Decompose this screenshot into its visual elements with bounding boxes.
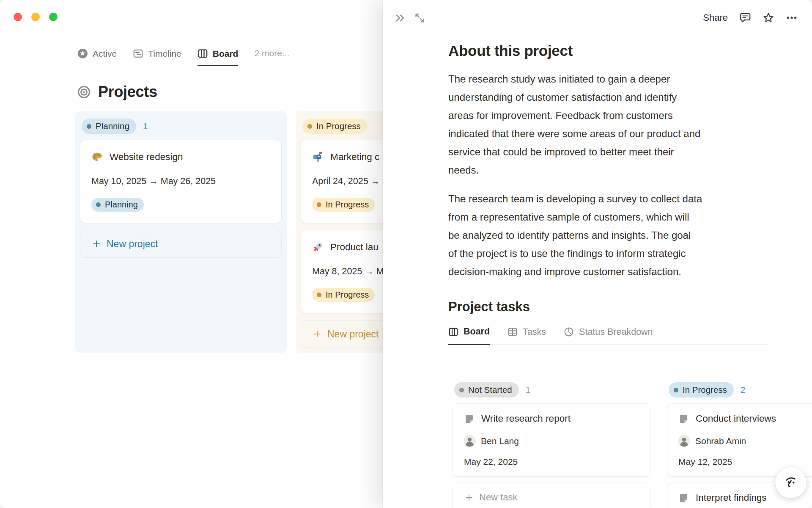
tasks-view-tabs: Board Tasks Status Breakdown: [448, 326, 768, 345]
plus-icon: [92, 239, 101, 248]
card-title: Marketing c: [330, 152, 379, 163]
task-title: Interpret findings: [696, 492, 767, 503]
task-card-write-research-report[interactable]: Write research report Ben Lang May 22, 2…: [453, 403, 650, 477]
tab-board-view[interactable]: Board: [198, 48, 239, 66]
tab-label: Status Breakdown: [579, 327, 653, 337]
task-card-conduct-interviews[interactable]: Conduct interviews Sohrab Amin May 12, 2…: [667, 403, 812, 477]
target-icon: [77, 86, 91, 99]
ai-face-icon: [782, 474, 800, 491]
pie-chart-icon: [564, 327, 574, 337]
tab-timeline-view[interactable]: Timeline: [133, 48, 181, 65]
new-project-label: New project: [107, 238, 158, 250]
task-column-not-started: Not Started 1 Write research report Ben …: [447, 375, 656, 508]
column-header: In Progress 2: [669, 382, 812, 398]
column-header: Planning 1: [82, 119, 279, 134]
tab-status-breakdown[interactable]: Status Breakdown: [564, 326, 653, 344]
view-tabs: Active Timeline Board 2 more...: [77, 48, 289, 65]
ai-assistant-button[interactable]: [775, 467, 807, 498]
tab-label: 2 more...: [254, 48, 289, 58]
column-count: 1: [526, 385, 531, 395]
board-icon: [448, 327, 458, 337]
task-title: Conduct interviews: [696, 413, 776, 424]
palette-icon: [91, 151, 103, 163]
status-dot: [317, 293, 321, 297]
star-circle-icon: [77, 48, 88, 59]
table-icon: [508, 327, 518, 337]
status-label: In Progress: [683, 385, 727, 395]
timeline-icon: [133, 48, 143, 59]
status-label: In Progress: [316, 121, 361, 131]
status-dot: [87, 124, 91, 129]
page-icon: [678, 493, 689, 503]
status-dot: [317, 202, 321, 207]
section-title-about: About this project: [448, 42, 768, 59]
card-title: Website redesign: [110, 152, 183, 163]
card-title: Product lau: [330, 242, 379, 253]
minimize-button[interactable]: [31, 13, 40, 21]
tab-label: Board: [213, 49, 239, 59]
project-card-website-redesign[interactable]: Website redesign May 10, 2025 → May 26, …: [80, 140, 282, 223]
status-dot: [307, 124, 312, 129]
tab-tasks-table[interactable]: Tasks: [508, 326, 546, 344]
status-pill-planning: Planning: [82, 119, 136, 134]
mailbox-icon: [312, 151, 324, 163]
new-project-button[interactable]: New project: [80, 230, 282, 258]
about-paragraph-1: The research study was initiated to gain…: [448, 70, 768, 179]
task-title: Write research report: [481, 413, 571, 424]
tab-label: Timeline: [148, 49, 181, 59]
double-chevron-right-icon[interactable]: [395, 12, 406, 24]
status-pill-not-started: Not Started: [454, 382, 519, 398]
new-project-label: New project: [327, 329, 379, 340]
board-icon: [198, 48, 208, 59]
assignee-row: Sohrab Amin: [678, 435, 812, 447]
section-title-tasks: Project tasks: [448, 299, 768, 315]
status-pill-in-progress: In Progress: [302, 119, 368, 134]
tab-label: Tasks: [523, 327, 546, 337]
tab-label: Active: [93, 49, 117, 59]
tab-tasks-board[interactable]: Board: [448, 326, 490, 345]
status-label: Planning: [96, 121, 129, 131]
plus-icon: [464, 493, 474, 502]
about-paragraph-2: The research team is developing a survey…: [448, 190, 768, 281]
column-header: Not Started 1: [454, 382, 648, 398]
status-pill-in-progress: In Progress: [669, 382, 734, 398]
tasks-board: Not Started 1 Write research report Ben …: [447, 375, 812, 508]
app-window: Active Timeline Board 2 more... Projects…: [0, 0, 812, 508]
close-button[interactable]: [14, 13, 22, 21]
page-icon: [464, 414, 475, 424]
tab-label: Board: [464, 326, 490, 337]
column-count: 2: [741, 385, 746, 395]
card-status-tag: In Progress: [312, 288, 375, 302]
tag-label: In Progress: [326, 200, 369, 210]
new-task-button[interactable]: New task: [453, 483, 650, 508]
tag-label: In Progress: [326, 290, 369, 300]
card-status-tag: In Progress: [312, 198, 375, 212]
column-count: 1: [143, 121, 148, 131]
window-controls: [14, 13, 58, 21]
assignee-row: Ben Lang: [464, 435, 639, 447]
task-date: May 22, 2025: [464, 457, 639, 467]
status-dot: [459, 388, 464, 392]
tab-more-views[interactable]: 2 more...: [254, 48, 289, 64]
page-header: Projects: [77, 83, 157, 101]
ben-lang-avatar: [464, 435, 475, 447]
status-dot: [96, 202, 101, 207]
tag-label: Planning: [105, 200, 138, 210]
board-column-planning: Planning 1 Website redesign May 10, 2025…: [75, 111, 287, 353]
new-task-label: New task: [479, 492, 517, 503]
expand-diagonal-icon[interactable]: [414, 12, 425, 24]
card-dates: May 10, 2025 → May 26, 2025: [91, 176, 270, 187]
assignee-name: Sohrab Amin: [695, 436, 746, 446]
assignee-name: Ben Lang: [481, 436, 519, 446]
tab-active-view[interactable]: Active: [77, 48, 117, 65]
sohrab-amin-avatar: [678, 435, 690, 447]
page-title: Projects: [98, 83, 157, 101]
panel-content: About this project The research study wa…: [448, 0, 768, 345]
page-icon: [678, 414, 689, 424]
rocket-icon: [312, 241, 324, 253]
card-status-tag: Planning: [91, 198, 144, 212]
maximize-button[interactable]: [49, 13, 58, 21]
ellipsis-icon[interactable]: [786, 12, 798, 24]
task-date: May 12, 2025: [678, 457, 812, 467]
status-label: Not Started: [468, 385, 512, 395]
